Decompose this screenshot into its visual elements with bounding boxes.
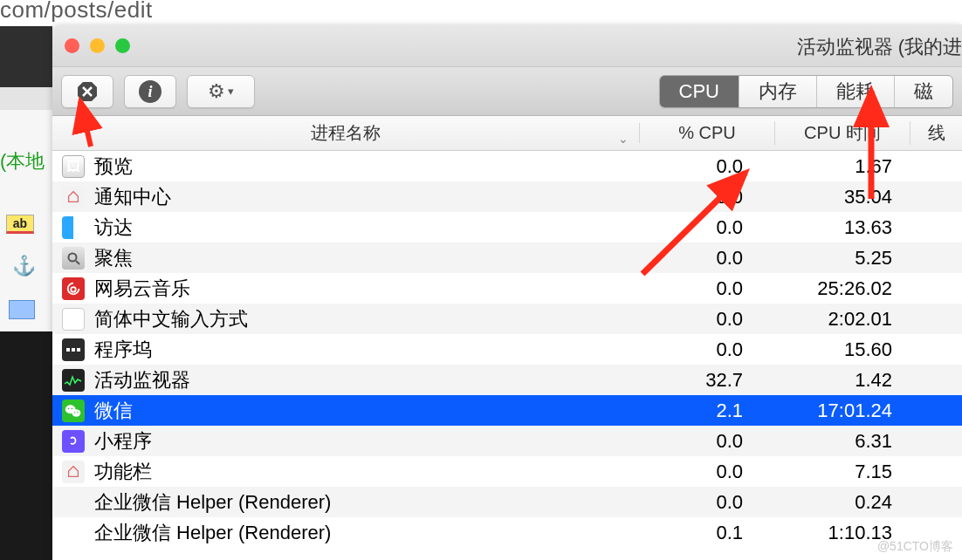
close-button[interactable] [65,38,79,53]
info-icon: i [139,80,161,103]
process-cpu: 0.0 [639,277,774,300]
column-header-cpu[interactable]: % CPU [639,123,774,143]
process-icon [52,186,94,208]
zoom-button[interactable] [115,38,130,53]
process-cpu: 0.0 [639,155,774,178]
process-cpu: 0.0 [639,216,774,239]
process-row[interactable]: 访达0.013.63 [52,212,962,242]
svg-point-5 [71,287,75,291]
column-header-time[interactable]: CPU 时间 [774,121,910,145]
process-icon [52,308,94,331]
tab-cpu[interactable]: CPU [660,76,739,107]
traffic-lights [65,38,130,53]
process-time: 5.25 [774,247,910,270]
process-cpu: 0.0 [639,308,774,331]
process-time: 7.15 [774,461,910,483]
process-cpu: 0.1 [639,522,774,544]
svg-point-9 [72,407,73,409]
process-row[interactable]: 企业微信 Helper (Renderer)0.00.24 [52,487,962,517]
watermark: @51CTO博客 [877,539,953,555]
process-name: 企业微信 Helper (Renderer) [94,489,639,516]
process-time: 15.60 [774,338,910,361]
process-icon [52,461,94,483]
process-name: 网易云音乐 [94,276,639,302]
tab-disk[interactable]: 磁 [895,76,952,107]
blue-chip-icon [9,300,35,319]
anchor-icon: ⚓ [12,255,36,277]
info-button[interactable]: i [124,75,176,108]
sort-chevron-icon: ⌄ [618,132,629,146]
process-cpu: 0.0 [639,247,774,270]
svg-point-7 [72,409,80,416]
process-row[interactable]: 活动监视器32.71.42 [52,365,962,395]
process-row[interactable]: 程序坞0.015.60 [52,334,962,365]
process-time: 17:01.24 [774,400,910,422]
process-row[interactable]: 企业微信 Helper (Renderer)0.11:10.13 [52,517,962,548]
column-header-row: 进程名称 ⌄ % CPU CPU 时间 线 [52,116,962,151]
process-name: 小程序 [94,428,639,454]
process-cpu: 0.0 [639,430,774,453]
tab-energy[interactable]: 能耗 [817,76,895,107]
process-name: 通知中心 [94,184,639,210]
titlebar: 活动监视器 (我的进 [52,24,962,67]
svg-point-10 [74,411,76,413]
resource-tabs: CPU内存能耗磁 [659,75,953,108]
gear-icon: ⚙ [208,80,225,103]
process-icon [52,430,94,453]
gear-menu-button[interactable]: ⚙ ▾ [187,75,255,108]
process-row[interactable]: 微信2.117:01.24 [52,395,962,426]
process-name: 微信 [94,398,639,424]
process-cpu: 0.0 [639,186,774,208]
process-icon [52,277,94,300]
process-icon [52,369,94,392]
process-cpu: 0.0 [639,491,774,514]
process-icon [52,247,94,270]
process-row[interactable]: 功能栏0.07.15 [52,456,962,487]
browser-url-fragment: com/posts/edit [0,0,153,24]
process-time: 0.24 [774,491,910,514]
process-list: 🖼预览0.01.67通知中心0.035.04访达0.013.63聚焦0.05.2… [52,151,962,548]
process-name: 聚焦 [94,245,639,271]
process-time: 13.63 [774,216,910,239]
process-row[interactable]: 聚焦0.05.25 [52,242,962,273]
process-cpu: 2.1 [639,400,774,422]
process-time: 25:26.02 [774,277,910,300]
ab-badge: ab [6,215,34,234]
bg-tabbar [0,87,52,110]
process-name: 功能栏 [94,459,639,485]
window-title: 活动监视器 (我的进 [797,34,962,60]
column-header-name[interactable]: 进程名称 ⌄ [52,121,639,145]
activity-monitor-window: 活动监视器 (我的进 i ⚙ ▾ CPU内存能耗磁 进程名称 ⌄ % CPU C… [52,24,962,560]
tab-memory[interactable]: 内存 [739,76,817,107]
process-icon: 🖼 [52,155,94,178]
chevron-down-icon: ▾ [228,85,234,98]
bg-black-strip [0,331,52,560]
toolbar: i ⚙ ▾ CPU内存能耗磁 [52,67,962,116]
stop-octagon-icon [77,81,98,102]
process-row[interactable]: 通知中心0.035.04 [52,181,962,212]
process-row[interactable]: 简体中文输入方式0.02:02.01 [52,304,962,334]
minimize-button[interactable] [90,38,105,53]
process-icon [52,400,94,422]
svg-point-11 [77,411,79,413]
process-time: 1.67 [774,155,910,178]
process-time: 2:02.01 [774,308,910,331]
stop-process-button[interactable] [61,75,113,108]
process-icon [52,216,94,239]
column-header-threads[interactable]: 线 [910,121,962,145]
process-name: 简体中文输入方式 [94,306,639,332]
svg-point-3 [69,253,77,261]
svg-line-4 [76,261,79,264]
process-name: 预览 [94,154,639,180]
process-cpu: 0.0 [639,461,774,483]
process-row[interactable]: 网易云音乐0.025:26.02 [52,273,962,304]
column-header-name-label: 进程名称 [311,123,381,142]
process-row[interactable]: 小程序0.06.31 [52,426,962,456]
bg-dark-strip [0,26,52,87]
process-name: 活动监视器 [94,367,639,393]
process-icon [52,338,94,361]
svg-point-8 [68,407,70,409]
process-name: 访达 [94,215,639,241]
process-name: 程序坞 [94,337,639,363]
process-row[interactable]: 🖼预览0.01.67 [52,151,962,181]
